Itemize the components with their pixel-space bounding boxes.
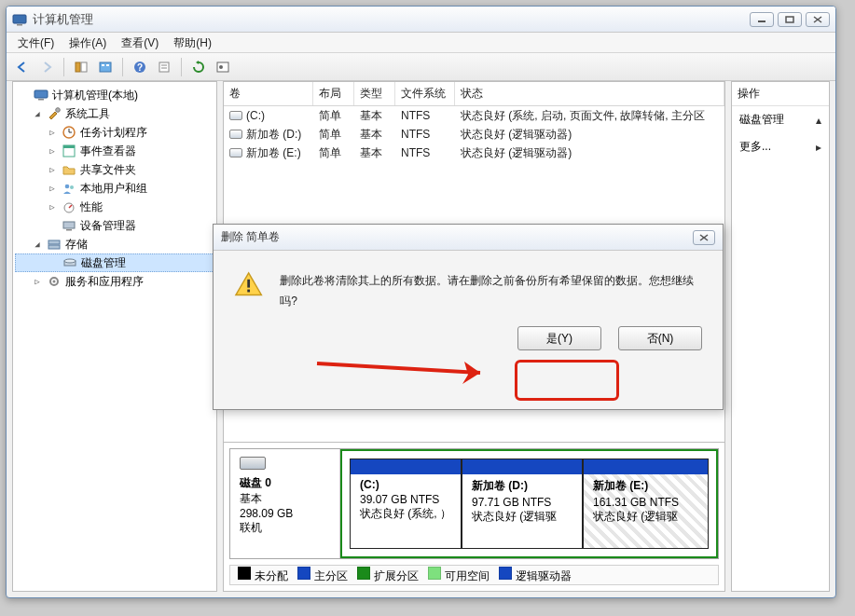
device-icon: [62, 218, 76, 233]
title-bar: 计算机管理: [7, 7, 835, 33]
svg-rect-0: [13, 15, 26, 23]
hdd-icon: [240, 457, 266, 470]
volume-row[interactable]: 新加卷 (D:) 简单 基本 NTFS 状态良好 (逻辑驱动器): [224, 125, 724, 144]
warning-icon: [234, 271, 263, 297]
menu-action[interactable]: 操作(A): [62, 33, 114, 52]
tree-device-manager[interactable]: 设备管理器: [15, 216, 214, 235]
disk-state: 联机: [240, 520, 330, 536]
action-label: 更多...: [739, 139, 771, 155]
disk-info[interactable]: 磁盘 0 基本 298.09 GB 联机: [230, 449, 340, 558]
vol-fs: NTFS: [395, 128, 455, 141]
tree-system-tools[interactable]: ◢ 系统工具: [15, 104, 214, 123]
partition-size: 161.31 GB NTFS: [593, 496, 698, 509]
dialog-message: 删除此卷将清除其上的所有数据。请在删除之前备份所有希望保留的数据。您想继续吗?: [280, 271, 702, 311]
help-button[interactable]: ?: [130, 57, 150, 77]
dialog-yes-button[interactable]: 是(Y): [517, 326, 601, 350]
tree-label: 事件查看器: [80, 144, 136, 159]
view-icons-button[interactable]: [95, 57, 116, 77]
svg-rect-30: [63, 222, 75, 228]
svg-point-17: [219, 65, 223, 69]
tree-label: 计算机管理(本地): [52, 88, 138, 103]
actions-panel: 操作 磁盘管理 ▴ 更多... ▸: [731, 81, 830, 592]
col-status[interactable]: 状态: [455, 82, 724, 105]
app-icon: [12, 12, 27, 27]
expander-icon[interactable]: ◢: [32, 240, 43, 249]
dialog-title-bar: 删除 简单卷: [214, 225, 723, 251]
menu-view[interactable]: 查看(V): [114, 33, 166, 52]
tree-shared-folders[interactable]: ▷ 共享文件夹: [15, 160, 214, 179]
show-hide-tree-button[interactable]: [71, 57, 91, 77]
tree-label: 系统工具: [65, 106, 110, 122]
svg-point-26: [65, 185, 70, 189]
col-layout[interactable]: 布局: [313, 82, 354, 105]
maximize-button[interactable]: [778, 12, 802, 27]
actions-disk-mgmt[interactable]: 磁盘管理 ▴: [732, 106, 829, 133]
partition-d[interactable]: 新加卷 (D:) 97.71 GB NTFS 状态良好 (逻辑驱: [462, 459, 583, 549]
menu-help[interactable]: 帮助(H): [166, 33, 219, 52]
partition-label: 新加卷 (E:): [593, 478, 698, 494]
svg-point-20: [56, 108, 61, 113]
expander-icon[interactable]: ▷: [32, 277, 43, 286]
svg-text:?: ?: [137, 62, 143, 73]
list-settings-button[interactable]: [213, 57, 233, 77]
tree-storage[interactable]: ◢ 存储: [15, 235, 214, 253]
vol-fs: NTFS: [395, 146, 455, 159]
forward-button[interactable]: [36, 57, 57, 77]
vol-layout: 简单: [313, 108, 354, 124]
actions-more[interactable]: 更多... ▸: [732, 133, 829, 160]
tree-disk-management[interactable]: 磁盘管理: [15, 253, 214, 272]
tree-label: 性能: [80, 199, 103, 215]
svg-rect-19: [38, 99, 44, 101]
minimize-button[interactable]: [750, 12, 774, 27]
disk-size: 298.09 GB: [240, 507, 330, 520]
dialog-no-button[interactable]: 否(N): [618, 326, 702, 350]
vol-name: 新加卷 (E:): [246, 145, 301, 161]
performance-icon: [62, 199, 76, 214]
expander-icon[interactable]: ▷: [47, 202, 58, 212]
col-type[interactable]: 类型: [354, 82, 395, 105]
legend-label: 可用空间: [445, 569, 490, 582]
legend-swatch-logical: [499, 567, 512, 580]
disk-mgmt-icon: [62, 255, 77, 270]
svg-rect-40: [247, 280, 250, 288]
partition-c[interactable]: (C:) 39.07 GB NTFS 状态良好 (系统, ）: [350, 459, 462, 549]
services-icon: [47, 274, 62, 289]
tree-event-viewer[interactable]: ▷ 事件查看器: [15, 142, 214, 160]
storage-icon: [47, 237, 62, 252]
vol-type: 基本: [354, 108, 395, 124]
expander-icon[interactable]: ▷: [47, 184, 58, 193]
vol-layout: 简单: [313, 145, 354, 161]
tree-performance[interactable]: ▷ 性能: [15, 198, 214, 216]
drive-icon: [229, 148, 242, 157]
volume-row[interactable]: (C:) 简单 基本 NTFS 状态良好 (系统, 启动, 页面文件, 故障转储…: [224, 106, 724, 125]
svg-rect-25: [63, 145, 75, 148]
tree-root[interactable]: 计算机管理(本地): [15, 86, 214, 104]
expander-icon[interactable]: ▷: [47, 165, 58, 174]
properties-button[interactable]: [154, 57, 174, 77]
svg-point-37: [53, 281, 56, 283]
vol-type: 基本: [354, 145, 395, 161]
expander-icon[interactable]: ▷: [47, 128, 58, 137]
vol-name: 新加卷 (D:): [246, 127, 301, 143]
tree-local-users[interactable]: ▷ 本地用户和组: [15, 179, 214, 198]
svg-point-35: [64, 259, 76, 263]
svg-rect-8: [100, 62, 111, 72]
volume-list-header: 卷 布局 类型 文件系统 状态: [224, 82, 724, 106]
tree-label: 本地用户和组: [80, 181, 147, 197]
volume-row[interactable]: 新加卷 (E:) 简单 基本 NTFS 状态良好 (逻辑驱动器): [224, 144, 724, 162]
col-fs[interactable]: 文件系统: [395, 82, 455, 105]
menu-file[interactable]: 文件(F): [10, 33, 62, 52]
tree-services-apps[interactable]: ▷ 服务和应用程序: [15, 272, 214, 291]
dialog-close-button[interactable]: [693, 230, 715, 245]
expander-icon[interactable]: ◢: [32, 109, 43, 118]
expander-icon[interactable]: ▷: [47, 146, 58, 156]
tree-task-scheduler[interactable]: ▷ 任务计划程序: [15, 123, 214, 142]
partition-e[interactable]: 新加卷 (E:) 161.31 GB NTFS 状态良好 (逻辑驱: [583, 459, 709, 549]
tree-label: 任务计划程序: [80, 125, 147, 141]
col-volume[interactable]: 卷: [224, 82, 313, 105]
refresh-button[interactable]: [188, 57, 209, 77]
close-button[interactable]: [806, 12, 830, 27]
delete-volume-dialog: 删除 简单卷 删除此卷将清除其上的所有数据。请在删除之前备份所有希望保留的数据。…: [213, 224, 724, 410]
back-button[interactable]: [12, 57, 33, 77]
drive-icon: [229, 130, 242, 139]
